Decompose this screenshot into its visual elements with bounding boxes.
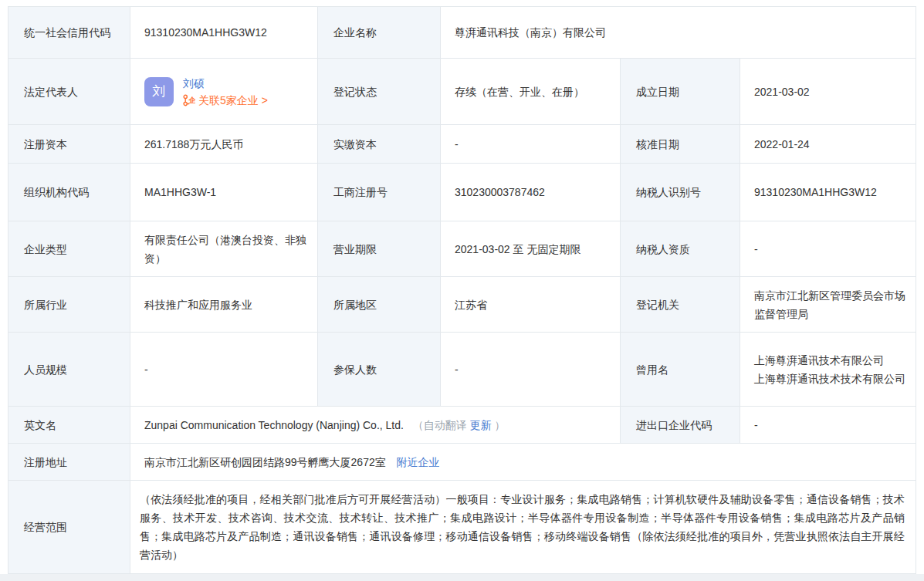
- value-company-name: 尊湃通讯科技（南京）有限公司: [441, 7, 916, 59]
- company-info-table: 统一社会信用代码 91310230MA1HHG3W12 企业名称 尊湃通讯科技（…: [8, 6, 916, 574]
- value-english-name: Zunpai Communication Technology (Nanjing…: [130, 407, 621, 444]
- label-company-type: 企业类型: [8, 221, 130, 277]
- label-reg-authority: 登记机关: [621, 277, 740, 333]
- label-approval-date: 核准日期: [621, 125, 740, 164]
- value-paid-capital: -: [441, 125, 621, 164]
- auto-translate-note: （自动翻译 更新 ）: [413, 419, 506, 431]
- label-org-code: 组织机构代码: [8, 164, 130, 221]
- label-reg-status: 登记状态: [318, 59, 441, 125]
- row-legal-rep: 法定代表人 刘 刘硕 企: [8, 59, 916, 125]
- label-business-scope: 经营范围: [8, 481, 130, 574]
- value-business-scope: （依法须经批准的项目，经相关部门批准后方可开展经营活动）一般项目：专业设计服务；…: [130, 481, 916, 574]
- label-taxpayer-id: 纳税人识别号: [621, 164, 740, 221]
- label-taxpayer-quality: 纳税人资质: [621, 221, 740, 277]
- value-company-type: 有限责任公司（港澳台投资、非独资）: [130, 221, 318, 277]
- value-insured-count: -: [441, 333, 621, 407]
- row-codes: 组织机构代码 MA1HHG3W-1 工商注册号 310230003787462 …: [8, 164, 916, 221]
- label-legal-rep: 法定代表人: [8, 59, 130, 125]
- row-company-type: 企业类型 有限责任公司（港澳台投资、非独资） 营业期限 2021-03-02 至…: [8, 221, 916, 277]
- value-reg-capital: 261.7188万元人民币: [130, 125, 318, 164]
- related-companies-icon: 企: [183, 94, 195, 106]
- label-english-name: 英文名: [8, 407, 130, 444]
- value-org-code: MA1HHG3W-1: [130, 164, 318, 221]
- row-credit-code: 统一社会信用代码 91310230MA1HHG3W12 企业名称 尊湃通讯科技（…: [8, 7, 916, 59]
- label-import-export-code: 进出口企业代码: [621, 407, 740, 444]
- value-reg-status: 存续（在营、开业、在册）: [441, 59, 621, 125]
- value-legal-rep: 刘 刘硕 企 关联5家企业 >: [130, 59, 318, 125]
- value-staff-size: -: [130, 333, 318, 407]
- nearby-companies-link[interactable]: 附近企业: [397, 456, 440, 468]
- related-companies-label: 关联5家企业 >: [198, 92, 268, 109]
- label-business-term: 营业期限: [318, 221, 441, 277]
- label-reg-address: 注册地址: [8, 444, 130, 481]
- value-reg-address: 南京市江北新区研创园团结路99号孵鹰大厦2672室 附近企业: [130, 444, 916, 481]
- english-name-text: Zunpai Communication Technology (Nanjing…: [144, 419, 404, 431]
- value-reg-authority: 南京市江北新区管理委员会市场监督管理局: [740, 277, 916, 333]
- svg-text:企: 企: [188, 96, 195, 104]
- label-staff-size: 人员规模: [8, 333, 130, 407]
- former-name-2: 上海尊湃通讯技术技术有限公司: [754, 370, 906, 388]
- label-insured-count: 参保人数: [318, 333, 441, 407]
- row-industry: 所属行业 科技推广和应用服务业 所属地区 江苏省 登记机关 南京市江北新区管理委…: [8, 277, 916, 333]
- value-industry: 科技推广和应用服务业: [130, 277, 318, 333]
- row-staff: 人员规模 - 参保人数 - 曾用名 上海尊湃通讯技术有限公司 上海尊湃通讯技术技…: [8, 333, 916, 407]
- label-paid-capital: 实缴资本: [318, 125, 441, 164]
- company-registration-page: 统一社会信用代码 91310230MA1HHG3W12 企业名称 尊湃通讯科技（…: [0, 0, 924, 581]
- legal-rep-name-link[interactable]: 刘硕: [183, 75, 268, 92]
- label-business-reg-no: 工商注册号: [318, 164, 441, 221]
- label-establish-date: 成立日期: [621, 59, 740, 125]
- value-former-names: 上海尊湃通讯技术有限公司 上海尊湃通讯技术技术有限公司: [740, 333, 916, 407]
- row-english-name: 英文名 Zunpai Communication Technology (Nan…: [8, 407, 916, 444]
- row-business-scope: 经营范围 （依法须经批准的项目，经相关部门批准后方可开展经营活动）一般项目：专业…: [8, 481, 916, 574]
- value-credit-code: 91310230MA1HHG3W12: [130, 7, 318, 59]
- value-region: 江苏省: [441, 277, 621, 333]
- update-translation-link[interactable]: 更新: [470, 419, 492, 431]
- row-capital: 注册资本 261.7188万元人民币 实缴资本 - 核准日期 2022-01-2…: [8, 125, 916, 164]
- label-industry: 所属行业: [8, 277, 130, 333]
- value-business-reg-no: 310230003787462: [441, 164, 621, 221]
- former-name-1: 上海尊湃通讯技术有限公司: [754, 351, 906, 370]
- label-former-names: 曾用名: [621, 333, 740, 407]
- page-bottom-strip: [0, 574, 924, 581]
- value-taxpayer-quality: -: [740, 221, 916, 277]
- label-region: 所属地区: [318, 277, 441, 333]
- value-establish-date: 2021-03-02: [740, 59, 916, 125]
- label-company-name: 企业名称: [318, 7, 441, 59]
- value-business-term: 2021-03-02 至 无固定期限: [441, 221, 621, 277]
- label-credit-code: 统一社会信用代码: [8, 7, 130, 59]
- value-approval-date: 2022-01-24: [740, 125, 916, 164]
- reg-address-text: 南京市江北新区研创园团结路99号孵鹰大厦2672室: [144, 456, 386, 468]
- value-import-export-code: -: [740, 407, 916, 444]
- related-companies-link[interactable]: 企 关联5家企业 >: [183, 92, 268, 109]
- row-reg-address: 注册地址 南京市江北新区研创园团结路99号孵鹰大厦2672室 附近企业: [8, 444, 916, 481]
- label-reg-capital: 注册资本: [8, 125, 130, 164]
- legal-rep-avatar[interactable]: 刘: [144, 77, 174, 106]
- value-taxpayer-id: 91310230MA1HHG3W12: [740, 164, 916, 221]
